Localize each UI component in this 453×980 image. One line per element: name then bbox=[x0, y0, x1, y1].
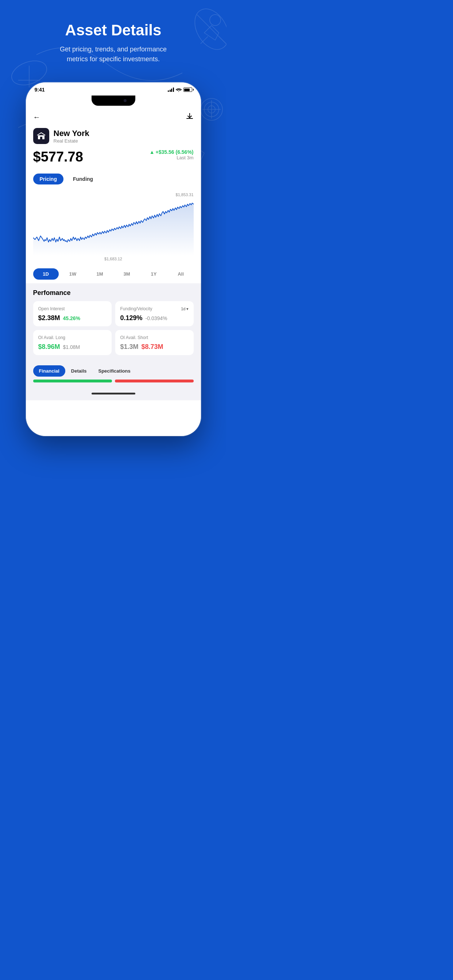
download-button[interactable] bbox=[186, 112, 194, 122]
hero-subtitle: Get pricing, trends, and performance met… bbox=[55, 45, 172, 64]
phone-container: 9:41 ← bbox=[0, 75, 226, 436]
oi-short-label: OI Avail. Short bbox=[120, 335, 148, 340]
chart-area: $1,853.31 bbox=[26, 189, 201, 265]
metric-label-row-1: Open Interest bbox=[38, 306, 107, 311]
up-arrow-icon: ▲ bbox=[150, 149, 155, 155]
bottom-tab-details[interactable]: Details bbox=[65, 365, 93, 377]
hero-section: Asset Details Get pricing, trends, and p… bbox=[0, 0, 226, 75]
funding-velocity-label: Funding/Velocity bbox=[120, 306, 152, 311]
oi-long-label: OI Avail. Long bbox=[38, 335, 65, 340]
price-row: $577.78 ▲ +$35.56 (6.56%) Last 3m bbox=[33, 149, 194, 165]
time-range-bar: 1D 1W 1M 3M 1Y All bbox=[26, 265, 201, 283]
chevron-down-icon: ▾ bbox=[187, 307, 188, 311]
funding-velocity-change: -0.0394% bbox=[145, 315, 167, 321]
signal-bars-icon bbox=[168, 88, 174, 92]
back-button[interactable]: ← bbox=[33, 113, 40, 121]
time-btn-3m[interactable]: 3M bbox=[114, 268, 140, 280]
battery-icon bbox=[183, 88, 192, 92]
time-btn-1w[interactable]: 1W bbox=[60, 268, 86, 280]
tab-funding[interactable]: Funding bbox=[66, 173, 100, 185]
asset-price: $577.78 bbox=[33, 149, 83, 165]
asset-icon bbox=[33, 128, 49, 144]
price-change: ▲ +$35.56 (6.56%) bbox=[150, 149, 194, 155]
asset-type: Real Estate bbox=[54, 138, 89, 144]
open-interest-label: Open Interest bbox=[38, 306, 65, 311]
funding-velocity-value: 0.129% bbox=[120, 314, 143, 322]
chart-high-label: $1,853.31 bbox=[33, 192, 194, 197]
status-bar: 9:41 bbox=[26, 83, 201, 95]
bottom-tabs: Financial Details Specifications bbox=[26, 361, 201, 380]
phone-content: ← bbox=[26, 108, 201, 436]
tab-pricing[interactable]: Pricing bbox=[33, 173, 64, 185]
price-period: Last 3m bbox=[150, 155, 194, 161]
notch-area bbox=[26, 95, 201, 108]
svg-rect-16 bbox=[40, 137, 42, 139]
oi-short-values: $1.3M $8.73M bbox=[120, 343, 188, 351]
bottom-indicators bbox=[26, 380, 201, 390]
time-btn-1d[interactable]: 1D bbox=[33, 268, 59, 280]
asset-name: New York bbox=[54, 129, 89, 138]
metric-label-row-4: OI Avail. Short bbox=[120, 335, 188, 340]
time-btn-1m[interactable]: 1M bbox=[87, 268, 113, 280]
tab-pills: Pricing Funding bbox=[26, 169, 201, 189]
metric-funding-velocity: Funding/Velocity 1d ▾ 0.129% -0.0394% bbox=[115, 301, 194, 326]
oi-short-secondary: $8.73M bbox=[142, 343, 163, 351]
oi-long-secondary: $1.08M bbox=[63, 344, 80, 350]
metric-label-row-2: Funding/Velocity 1d ▾ bbox=[120, 306, 188, 311]
phone-frame: 9:41 ← bbox=[26, 83, 201, 436]
status-icons bbox=[168, 88, 192, 92]
oi-short-primary: $1.3M bbox=[120, 343, 139, 351]
indicator-red bbox=[115, 380, 194, 382]
metric-label-row-3: OI Avail. Long bbox=[38, 335, 107, 340]
hero-title: Asset Details bbox=[14, 22, 212, 39]
nav-bar: ← bbox=[26, 108, 201, 125]
metric-oi-short: OI Avail. Short $1.3M $8.73M bbox=[115, 330, 194, 355]
price-change-value: +$35.56 (6.56%) bbox=[156, 149, 194, 155]
home-indicator bbox=[26, 390, 201, 400]
performance-section: Perfomance Open Interest $2.38M 45.26% bbox=[26, 283, 201, 361]
status-time: 9:41 bbox=[35, 87, 45, 92]
indicator-green bbox=[33, 380, 112, 382]
asset-title-row: New York Real Estate bbox=[33, 128, 194, 144]
metric-open-interest: Open Interest $2.38M 45.26% bbox=[33, 301, 112, 326]
metrics-grid: Open Interest $2.38M 45.26% Funding/Velo… bbox=[33, 301, 194, 355]
asset-name-group: New York Real Estate bbox=[54, 129, 89, 144]
funding-dropdown[interactable]: 1d ▾ bbox=[181, 307, 188, 311]
open-interest-change: 45.26% bbox=[63, 315, 80, 321]
bottom-tab-specifications[interactable]: Specifications bbox=[93, 365, 136, 377]
funding-velocity-values: 0.129% -0.0394% bbox=[120, 314, 188, 322]
chart-svg-container bbox=[33, 197, 194, 256]
bottom-tab-financial[interactable]: Financial bbox=[33, 365, 65, 377]
time-btn-all[interactable]: All bbox=[168, 268, 194, 280]
open-interest-value: $2.38M bbox=[38, 314, 60, 322]
wifi-icon bbox=[176, 88, 182, 92]
time-btn-1y[interactable]: 1Y bbox=[141, 268, 167, 280]
asset-header: New York Real Estate $577.78 ▲ +$35.56 (… bbox=[26, 125, 201, 169]
open-interest-values: $2.38M 45.26% bbox=[38, 314, 107, 322]
metric-oi-long: OI Avail. Long $8.96M $1.08M bbox=[33, 330, 112, 355]
notch bbox=[91, 95, 135, 106]
chart-low-label: $1,683.12 bbox=[33, 257, 194, 261]
home-bar bbox=[91, 393, 135, 395]
performance-title: Perfomance bbox=[33, 289, 194, 297]
price-change-section: ▲ +$35.56 (6.56%) Last 3m bbox=[150, 149, 194, 161]
oi-long-primary: $8.96M bbox=[38, 343, 60, 351]
oi-long-values: $8.96M $1.08M bbox=[38, 343, 107, 351]
